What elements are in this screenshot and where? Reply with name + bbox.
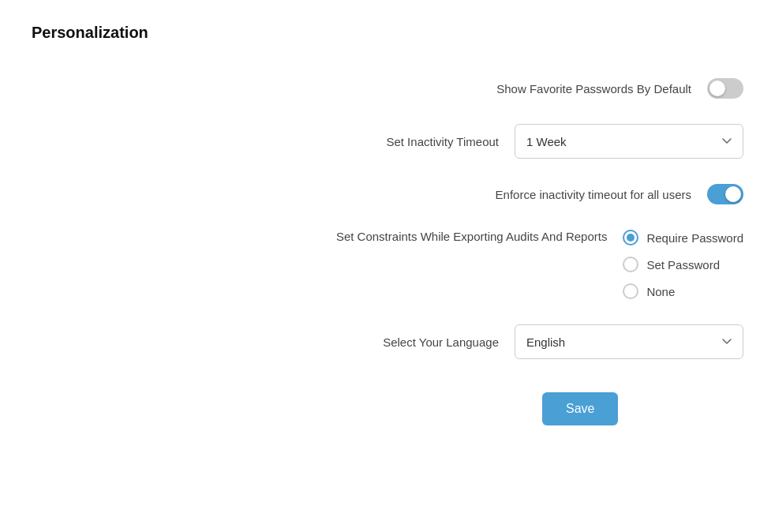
show-favorite-passwords-label: Show Favorite Passwords By Default (496, 82, 691, 96)
radio-require-password[interactable]: Require Password (623, 230, 743, 245)
language-select[interactable]: English French German Spanish Italian Po… (515, 324, 743, 359)
export-constraints-radio-group: Require Password Set Password None (623, 230, 743, 299)
toggle-thumb-off (709, 81, 725, 96)
show-favorite-passwords-control (707, 78, 743, 99)
radio-set-password-indicator (623, 257, 638, 272)
show-favorite-passwords-row: Show Favorite Passwords By Default (32, 66, 743, 111)
export-constraints-control: Require Password Set Password None (623, 230, 743, 299)
radio-set-password-label: Set Password (646, 258, 720, 272)
inactivity-timeout-label: Set Inactivity Timeout (386, 135, 499, 148)
radio-require-password-indicator (623, 230, 638, 245)
radio-none[interactable]: None (623, 283, 743, 299)
enforce-inactivity-control (707, 184, 743, 204)
radio-none-label: None (646, 285, 675, 298)
save-row: Save (32, 372, 743, 438)
save-row-inner: Save (515, 384, 743, 425)
radio-set-password[interactable]: Set Password (623, 257, 743, 272)
settings-form: Show Favorite Passwords By Default Set I… (32, 66, 743, 438)
enforce-inactivity-row: Enforce inactivity timeout for all users (32, 171, 743, 217)
save-button[interactable]: Save (542, 392, 618, 425)
toggle-thumb-on (725, 186, 741, 202)
enforce-inactivity-toggle[interactable] (707, 184, 743, 204)
inactivity-timeout-row: Set Inactivity Timeout Never 1 Hour 4 Ho… (32, 111, 743, 171)
language-control: English French German Spanish Italian Po… (515, 324, 743, 359)
language-label: Select Your Language (383, 335, 499, 349)
radio-require-password-label: Require Password (646, 231, 743, 245)
page-container: Personalization Show Favorite Passwords … (32, 24, 743, 438)
inactivity-timeout-select[interactable]: Never 1 Hour 4 Hours 1 Day 1 Week 2 Week… (515, 124, 743, 159)
show-favorite-passwords-toggle[interactable] (707, 78, 743, 99)
radio-require-password-inner (627, 234, 635, 242)
radio-none-indicator (623, 283, 638, 299)
export-constraints-row: Set Constraints While Exporting Audits A… (32, 217, 743, 312)
inactivity-timeout-control: Never 1 Hour 4 Hours 1 Day 1 Week 2 Week… (515, 124, 743, 159)
language-row: Select Your Language English French Germ… (32, 312, 743, 372)
enforce-inactivity-label: Enforce inactivity timeout for all users (496, 188, 691, 201)
page-title: Personalization (32, 24, 743, 42)
export-constraints-label: Set Constraints While Exporting Audits A… (336, 230, 608, 243)
